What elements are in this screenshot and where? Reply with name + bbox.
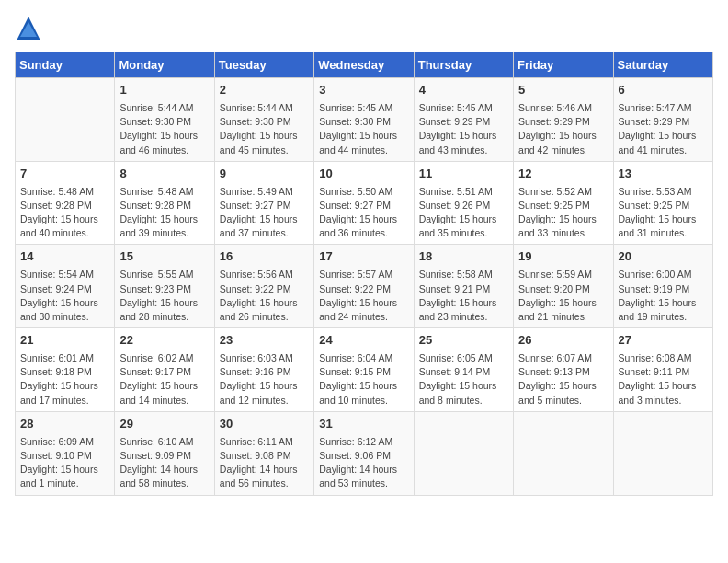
day-number: 31 xyxy=(319,416,408,433)
day-number: 17 xyxy=(319,248,408,266)
day-info: Sunrise: 6:08 AMSunset: 9:11 PMDaylight:… xyxy=(619,351,708,408)
day-info: Sunrise: 5:49 AMSunset: 9:27 PMDaylight:… xyxy=(220,185,309,241)
day-number: 22 xyxy=(119,332,209,350)
day-info: Sunrise: 5:45 AMSunset: 9:30 PMDaylight:… xyxy=(319,101,408,157)
day-info: Sunrise: 5:55 AMSunset: 9:23 PMDaylight:… xyxy=(119,268,209,324)
calendar-day-header: Monday xyxy=(115,52,214,78)
calendar-cell: 14Sunrise: 5:54 AMSunset: 9:24 PMDayligh… xyxy=(16,245,115,328)
day-number: 5 xyxy=(518,82,608,99)
day-info: Sunrise: 6:11 AMSunset: 9:08 PMDaylight:… xyxy=(220,435,309,491)
day-number: 10 xyxy=(319,166,408,183)
calendar-cell: 26Sunrise: 6:07 AMSunset: 9:13 PMDayligh… xyxy=(514,328,613,412)
day-info: Sunrise: 6:07 AMSunset: 9:13 PMDaylight:… xyxy=(518,351,608,408)
day-info: Sunrise: 5:48 AMSunset: 9:28 PMDaylight:… xyxy=(119,185,209,241)
calendar-cell: 7Sunrise: 5:48 AMSunset: 9:28 PMDaylight… xyxy=(16,161,115,245)
day-number: 2 xyxy=(220,82,309,99)
day-info: Sunrise: 5:59 AMSunset: 9:20 PMDaylight:… xyxy=(518,268,608,324)
calendar-table: SundayMondayTuesdayWednesdayThursdayFrid… xyxy=(15,52,713,496)
day-number: 9 xyxy=(220,166,309,183)
calendar-cell: 4Sunrise: 5:45 AMSunset: 9:29 PMDaylight… xyxy=(414,78,513,162)
day-number: 6 xyxy=(619,82,708,99)
day-info: Sunrise: 5:44 AMSunset: 9:30 PMDaylight:… xyxy=(119,101,209,157)
calendar-cell: 1Sunrise: 5:44 AMSunset: 9:30 PMDaylight… xyxy=(115,78,214,162)
calendar-cell: 6Sunrise: 5:47 AMSunset: 9:29 PMDaylight… xyxy=(613,78,712,162)
calendar-cell: 20Sunrise: 6:00 AMSunset: 9:19 PMDayligh… xyxy=(613,245,712,328)
calendar-day-header: Sunday xyxy=(16,52,115,78)
day-number: 11 xyxy=(419,166,508,183)
day-info: Sunrise: 5:57 AMSunset: 9:22 PMDaylight:… xyxy=(319,268,408,324)
calendar-week-row: 28Sunrise: 6:09 AMSunset: 9:10 PMDayligh… xyxy=(16,411,713,495)
day-number: 3 xyxy=(319,82,408,99)
calendar-cell xyxy=(16,78,115,162)
calendar-cell: 24Sunrise: 6:04 AMSunset: 9:15 PMDayligh… xyxy=(314,328,414,412)
day-info: Sunrise: 6:04 AMSunset: 9:15 PMDaylight:… xyxy=(319,351,408,408)
day-info: Sunrise: 6:02 AMSunset: 9:17 PMDaylight:… xyxy=(119,351,209,408)
calendar-cell: 12Sunrise: 5:52 AMSunset: 9:25 PMDayligh… xyxy=(514,161,613,245)
calendar-cell: 10Sunrise: 5:50 AMSunset: 9:27 PMDayligh… xyxy=(314,161,414,245)
calendar-cell: 31Sunrise: 6:12 AMSunset: 9:06 PMDayligh… xyxy=(314,411,414,495)
day-info: Sunrise: 5:52 AMSunset: 9:25 PMDaylight:… xyxy=(518,185,608,241)
calendar-cell: 18Sunrise: 5:58 AMSunset: 9:21 PMDayligh… xyxy=(414,245,513,328)
calendar-day-header: Tuesday xyxy=(214,52,313,78)
calendar-cell: 22Sunrise: 6:02 AMSunset: 9:17 PMDayligh… xyxy=(115,328,214,412)
calendar-cell: 23Sunrise: 6:03 AMSunset: 9:16 PMDayligh… xyxy=(214,328,313,412)
day-info: Sunrise: 5:48 AMSunset: 9:28 PMDaylight:… xyxy=(20,185,109,241)
day-info: Sunrise: 6:01 AMSunset: 9:18 PMDaylight:… xyxy=(20,351,109,408)
day-number: 29 xyxy=(119,416,209,433)
day-info: Sunrise: 6:00 AMSunset: 9:19 PMDaylight:… xyxy=(619,268,708,324)
day-number: 14 xyxy=(20,248,109,266)
calendar-week-row: 14Sunrise: 5:54 AMSunset: 9:24 PMDayligh… xyxy=(16,245,713,328)
calendar-day-header: Friday xyxy=(514,52,613,78)
calendar-cell: 8Sunrise: 5:48 AMSunset: 9:28 PMDaylight… xyxy=(115,161,214,245)
day-number: 19 xyxy=(518,248,608,266)
day-info: Sunrise: 5:53 AMSunset: 9:25 PMDaylight:… xyxy=(619,185,708,241)
calendar-cell: 3Sunrise: 5:45 AMSunset: 9:30 PMDaylight… xyxy=(314,78,414,162)
calendar-cell: 13Sunrise: 5:53 AMSunset: 9:25 PMDayligh… xyxy=(613,161,712,245)
calendar-cell xyxy=(514,411,613,495)
calendar-week-row: 7Sunrise: 5:48 AMSunset: 9:28 PMDaylight… xyxy=(16,161,713,245)
day-number: 28 xyxy=(20,416,109,433)
day-number: 30 xyxy=(220,416,309,433)
day-number: 1 xyxy=(119,82,209,99)
calendar-cell: 2Sunrise: 5:44 AMSunset: 9:30 PMDaylight… xyxy=(214,78,313,162)
day-info: Sunrise: 6:10 AMSunset: 9:09 PMDaylight:… xyxy=(119,435,209,491)
day-info: Sunrise: 5:44 AMSunset: 9:30 PMDaylight:… xyxy=(220,101,309,157)
calendar-day-header: Saturday xyxy=(613,52,712,78)
calendar-cell: 5Sunrise: 5:46 AMSunset: 9:29 PMDaylight… xyxy=(514,78,613,162)
day-number: 20 xyxy=(619,248,708,266)
calendar-cell: 25Sunrise: 6:05 AMSunset: 9:14 PMDayligh… xyxy=(414,328,513,412)
day-number: 7 xyxy=(20,166,109,183)
logo xyxy=(15,15,46,42)
day-info: Sunrise: 6:12 AMSunset: 9:06 PMDaylight:… xyxy=(319,435,408,491)
calendar-cell: 27Sunrise: 6:08 AMSunset: 9:11 PMDayligh… xyxy=(613,328,712,412)
calendar-cell: 29Sunrise: 6:10 AMSunset: 9:09 PMDayligh… xyxy=(115,411,214,495)
day-info: Sunrise: 5:51 AMSunset: 9:26 PMDaylight:… xyxy=(419,185,508,241)
day-number: 26 xyxy=(518,332,608,350)
calendar-cell: 11Sunrise: 5:51 AMSunset: 9:26 PMDayligh… xyxy=(414,161,513,245)
day-info: Sunrise: 5:56 AMSunset: 9:22 PMDaylight:… xyxy=(220,268,309,324)
logo-icon xyxy=(15,15,42,42)
day-number: 25 xyxy=(419,332,508,350)
day-info: Sunrise: 6:03 AMSunset: 9:16 PMDaylight:… xyxy=(220,351,309,408)
day-info: Sunrise: 6:09 AMSunset: 9:10 PMDaylight:… xyxy=(20,435,109,491)
day-number: 18 xyxy=(419,248,508,266)
day-info: Sunrise: 5:46 AMSunset: 9:29 PMDaylight:… xyxy=(518,101,608,157)
day-number: 12 xyxy=(518,166,608,183)
calendar-cell: 16Sunrise: 5:56 AMSunset: 9:22 PMDayligh… xyxy=(214,245,313,328)
calendar-cell xyxy=(613,411,712,495)
day-info: Sunrise: 5:58 AMSunset: 9:21 PMDaylight:… xyxy=(419,268,508,324)
day-number: 24 xyxy=(319,332,408,350)
day-info: Sunrise: 5:50 AMSunset: 9:27 PMDaylight:… xyxy=(319,185,408,241)
day-number: 8 xyxy=(119,166,209,183)
day-number: 23 xyxy=(220,332,309,350)
day-info: Sunrise: 6:05 AMSunset: 9:14 PMDaylight:… xyxy=(419,351,508,408)
day-info: Sunrise: 5:45 AMSunset: 9:29 PMDaylight:… xyxy=(419,101,508,157)
calendar-cell: 28Sunrise: 6:09 AMSunset: 9:10 PMDayligh… xyxy=(16,411,115,495)
calendar-cell: 17Sunrise: 5:57 AMSunset: 9:22 PMDayligh… xyxy=(314,245,414,328)
day-info: Sunrise: 5:54 AMSunset: 9:24 PMDaylight:… xyxy=(20,268,109,324)
day-number: 21 xyxy=(20,332,109,350)
calendar-cell: 21Sunrise: 6:01 AMSunset: 9:18 PMDayligh… xyxy=(16,328,115,412)
calendar-cell: 15Sunrise: 5:55 AMSunset: 9:23 PMDayligh… xyxy=(115,245,214,328)
calendar-cell xyxy=(414,411,513,495)
calendar-day-header: Thursday xyxy=(414,52,513,78)
